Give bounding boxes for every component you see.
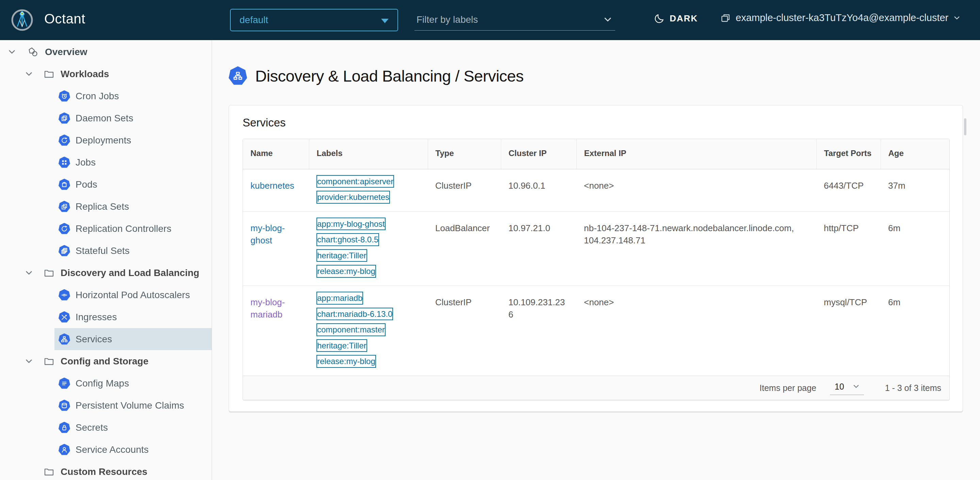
folder-icon bbox=[43, 466, 54, 477]
sidebar-item-persistent-volume-claims[interactable]: Persistent Volume Claims bbox=[0, 394, 212, 417]
sidebar-item-services[interactable]: Services bbox=[0, 328, 212, 350]
type-cell: ClusterIP bbox=[428, 169, 501, 211]
external-ip-cell: nb-104-237-148-71.newark.nodebalancer.li… bbox=[576, 211, 816, 285]
chevron-down-icon[interactable] bbox=[24, 70, 33, 79]
sidebar-item-jobs[interactable]: Jobs bbox=[0, 151, 212, 173]
cronjob-icon bbox=[59, 90, 70, 102]
folder-icon bbox=[43, 268, 54, 279]
items-per-page-label: Items per page bbox=[759, 383, 816, 393]
services-table: Name Labels Type Cluster IP External IP … bbox=[243, 139, 950, 400]
label-pill[interactable]: release:my-blog bbox=[317, 355, 376, 368]
sidebar-group-config-storage[interactable]: Config and Storage bbox=[0, 350, 212, 372]
external-ip-cell: <none> bbox=[576, 169, 816, 211]
top-navbar: Octant default Filter by labels DARK exa… bbox=[0, 0, 980, 40]
chevron-down-icon[interactable] bbox=[603, 15, 612, 24]
deployment-icon bbox=[59, 135, 70, 146]
sidebar-item-cron-jobs[interactable]: Cron Jobs bbox=[0, 85, 212, 107]
sidebar-item-service-accounts[interactable]: Service Accounts bbox=[0, 439, 212, 461]
scrollbar-thumb[interactable] bbox=[964, 118, 966, 135]
page-title: Discovery & Load Balancing / Services bbox=[255, 67, 524, 86]
label-pill[interactable]: provider:kubernetes bbox=[317, 191, 390, 204]
namespace-value: default bbox=[240, 14, 268, 25]
page-header: Discovery & Load Balancing / Services bbox=[229, 66, 980, 86]
ingress-icon bbox=[59, 311, 70, 323]
sidebar-group-custom-resources[interactable]: Custom Resources bbox=[0, 461, 212, 480]
label-filter-placeholder: Filter by labels bbox=[414, 14, 478, 25]
target-ports-cell: mysql/TCP bbox=[816, 286, 881, 375]
service-icon bbox=[59, 333, 70, 345]
type-cell: ClusterIP bbox=[428, 286, 501, 375]
service-link[interactable]: kubernetes bbox=[250, 181, 294, 191]
label-pill[interactable]: component:master bbox=[317, 323, 385, 336]
label-pill[interactable]: heritage:Tiller bbox=[317, 339, 367, 352]
label-pill[interactable]: heritage:Tiller bbox=[317, 249, 367, 262]
chevron-down-icon bbox=[953, 14, 961, 22]
column-header-name: Name bbox=[243, 139, 309, 169]
pod-icon bbox=[59, 179, 70, 190]
sidebar-item-secrets[interactable]: Secrets bbox=[0, 417, 212, 439]
serviceaccount-icon bbox=[59, 444, 70, 456]
moon-icon bbox=[654, 13, 665, 24]
target-ports-cell: http/TCP bbox=[816, 211, 881, 285]
namespace-select[interactable]: default bbox=[230, 9, 398, 31]
cluster-icon bbox=[720, 13, 731, 24]
statefulset-icon bbox=[59, 245, 70, 257]
cluster-ip-cell: 10.97.21.0 bbox=[501, 211, 576, 285]
service-link[interactable]: my-blog-ghost bbox=[250, 223, 285, 246]
daemonset-icon bbox=[59, 112, 70, 124]
octant-logo-icon bbox=[11, 9, 33, 31]
chevron-down-icon[interactable] bbox=[8, 48, 16, 56]
caret-down-icon bbox=[381, 19, 388, 23]
sidebar-item-deployments[interactable]: Deployments bbox=[0, 129, 212, 151]
sidebar-group-workloads[interactable]: Workloads bbox=[0, 63, 212, 85]
label-filter-input[interactable]: Filter by labels bbox=[414, 9, 615, 31]
chevron-down-icon bbox=[853, 383, 860, 390]
hpa-icon bbox=[59, 289, 70, 301]
column-header-age: Age bbox=[881, 139, 950, 169]
theme-toggle-label: DARK bbox=[670, 13, 698, 24]
items-per-page-select[interactable]: 10 bbox=[830, 381, 864, 395]
dark-theme-toggle[interactable]: DARK bbox=[654, 13, 698, 24]
replicaset-icon bbox=[59, 201, 70, 212]
column-header-type: Type bbox=[428, 139, 501, 169]
column-header-target-ports: Target Ports bbox=[816, 139, 881, 169]
sidebar-item-overview[interactable]: Overview bbox=[0, 41, 212, 63]
cluster-context-label: example-cluster-ka3TuTzYo4a@example-clus… bbox=[736, 12, 948, 24]
sidebar-item-config-maps[interactable]: Config Maps bbox=[0, 372, 212, 394]
sidebar-item-horizontal-pod-autoscalers[interactable]: Horizontal Pod Autoscalers bbox=[0, 284, 212, 306]
card-title: Services bbox=[243, 116, 950, 129]
label-pill[interactable]: app:mariadb bbox=[317, 291, 363, 304]
sidebar-item-replication-controllers[interactable]: Replication Controllers bbox=[0, 217, 212, 240]
table-pagination: Items per page 10 1 - 3 of 3 items bbox=[243, 375, 950, 400]
main-content: Discovery & Load Balancing / Services Se… bbox=[212, 40, 980, 480]
column-header-labels: Labels bbox=[309, 139, 428, 169]
chevron-down-icon[interactable] bbox=[24, 357, 33, 366]
table-header-row: Name Labels Type Cluster IP External IP … bbox=[243, 139, 950, 169]
sidebar-item-ingresses[interactable]: Ingresses bbox=[0, 306, 212, 328]
services-card: Services Name Labels Type Cluster IP Ext… bbox=[229, 105, 963, 412]
age-cell: 37m bbox=[881, 169, 950, 211]
label-pill[interactable]: chart:ghost-8.0.5 bbox=[317, 233, 379, 246]
external-ip-cell: <none> bbox=[576, 286, 816, 375]
sidebar-group-discovery[interactable]: Discovery and Load Balancing bbox=[0, 262, 212, 284]
sidebar-nav: Overview Workloads Cron Jobs Daemon Sets… bbox=[0, 40, 212, 480]
label-pill[interactable]: app:my-blog-ghost bbox=[317, 217, 385, 230]
label-pill[interactable]: chart:mariadb-6.13.0 bbox=[317, 308, 393, 320]
replicationcontroller-icon bbox=[59, 223, 70, 234]
chevron-down-icon[interactable] bbox=[24, 269, 33, 277]
sidebar-item-pods[interactable]: Pods bbox=[0, 173, 212, 195]
label-pill[interactable]: release:my-blog bbox=[317, 265, 376, 278]
cluster-context-selector[interactable]: example-cluster-ka3TuTzYo4a@example-clus… bbox=[720, 12, 961, 24]
cluster-ip-cell: 10.96.0.1 bbox=[501, 169, 576, 211]
column-header-cluster-ip: Cluster IP bbox=[501, 139, 576, 169]
sidebar-item-daemon-sets[interactable]: Daemon Sets bbox=[0, 107, 212, 129]
secret-icon bbox=[59, 422, 70, 433]
sidebar-item-stateful-sets[interactable]: Stateful Sets bbox=[0, 240, 212, 262]
service-link[interactable]: my-blog-mariadb bbox=[250, 297, 285, 320]
folder-icon bbox=[43, 356, 54, 367]
sidebar-item-replica-sets[interactable]: Replica Sets bbox=[0, 195, 212, 217]
label-pill[interactable]: component:apiserver bbox=[317, 175, 394, 188]
app-title: Octant bbox=[44, 11, 86, 27]
items-per-page-value: 10 bbox=[835, 382, 844, 391]
configmap-icon bbox=[59, 378, 70, 389]
